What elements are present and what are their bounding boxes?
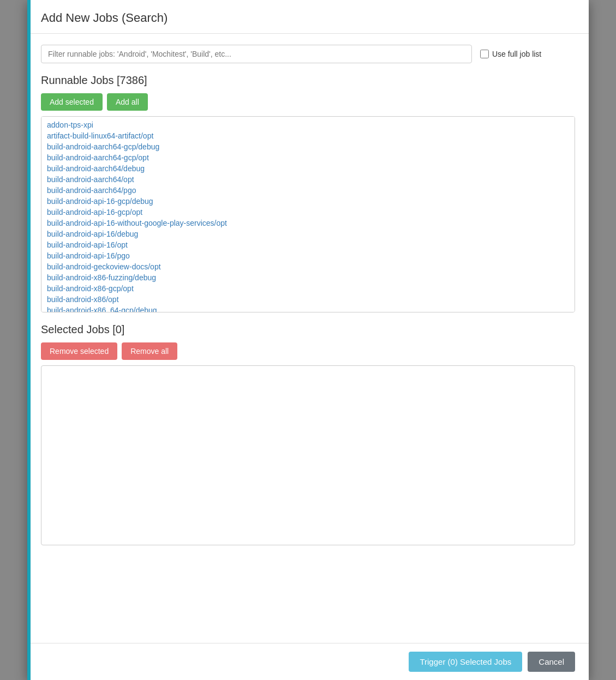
modal-dialog: Add New Jobs (Search) Use full job list … bbox=[27, 0, 589, 680]
add-all-button[interactable]: Add all bbox=[107, 93, 148, 111]
list-item[interactable]: build-android-aarch64-gcp/debug bbox=[41, 141, 575, 152]
modal-body: Use full job list Runnable Jobs [7386] A… bbox=[27, 34, 589, 643]
runnable-jobs-list: addon-tps-xpiartifact-build-linux64-arti… bbox=[41, 117, 575, 312]
trigger-button[interactable]: Trigger (0) Selected Jobs bbox=[409, 652, 522, 672]
full-job-list-text: Use full job list bbox=[492, 50, 541, 58]
add-selected-button[interactable]: Add selected bbox=[41, 93, 103, 111]
selected-jobs-list bbox=[41, 366, 575, 371]
list-item[interactable]: build-android-x86_64-gcp/debug bbox=[41, 305, 575, 312]
runnable-jobs-button-row: Add selected Add all bbox=[41, 93, 575, 111]
modal-title: Add New Jobs (Search) bbox=[41, 11, 575, 25]
list-item[interactable]: artifact-build-linux64-artifact/opt bbox=[41, 130, 575, 141]
modal-header: Add New Jobs (Search) bbox=[27, 0, 589, 34]
full-job-list-checkbox[interactable] bbox=[480, 50, 489, 58]
list-item[interactable]: build-android-aarch64/opt bbox=[41, 174, 575, 185]
list-item[interactable]: build-android-x86/opt bbox=[41, 294, 575, 305]
list-item[interactable]: build-android-api-16/pgo bbox=[41, 250, 575, 261]
list-item[interactable]: build-android-api-16/debug bbox=[41, 228, 575, 239]
remove-all-button[interactable]: Remove all bbox=[122, 342, 177, 360]
list-item[interactable]: build-android-x86-fuzzing/debug bbox=[41, 272, 575, 283]
selected-jobs-button-row: Remove selected Remove all bbox=[41, 342, 575, 360]
list-item[interactable]: build-android-aarch64-gcp/opt bbox=[41, 152, 575, 163]
list-item[interactable]: build-android-api-16-without-google-play… bbox=[41, 218, 575, 228]
runnable-jobs-list-box[interactable]: addon-tps-xpiartifact-build-linux64-arti… bbox=[41, 116, 575, 312]
list-item[interactable]: build-android-api-16/opt bbox=[41, 239, 575, 250]
filter-row: Use full job list bbox=[41, 45, 575, 63]
list-item[interactable]: build-android-aarch64/debug bbox=[41, 163, 575, 174]
modal-footer: Trigger (0) Selected Jobs Cancel bbox=[27, 643, 589, 680]
remove-selected-button[interactable]: Remove selected bbox=[41, 342, 117, 360]
list-item[interactable]: build-android-geckoview-docs/opt bbox=[41, 261, 575, 272]
full-job-list-label[interactable]: Use full job list bbox=[480, 50, 541, 58]
runnable-jobs-title: Runnable Jobs [7386] bbox=[41, 74, 575, 87]
list-item[interactable]: build-android-aarch64/pgo bbox=[41, 185, 575, 196]
list-item[interactable]: build-android-api-16-gcp/debug bbox=[41, 196, 575, 207]
selected-jobs-title: Selected Jobs [0] bbox=[41, 323, 575, 336]
search-input[interactable] bbox=[41, 45, 472, 63]
selected-jobs-list-box[interactable] bbox=[41, 365, 575, 545]
teal-accent-bar bbox=[27, 0, 31, 680]
list-item[interactable]: addon-tps-xpi bbox=[41, 119, 575, 130]
list-item[interactable]: build-android-x86-gcp/opt bbox=[41, 283, 575, 294]
cancel-button[interactable]: Cancel bbox=[528, 652, 575, 672]
list-item[interactable]: build-android-api-16-gcp/opt bbox=[41, 207, 575, 218]
